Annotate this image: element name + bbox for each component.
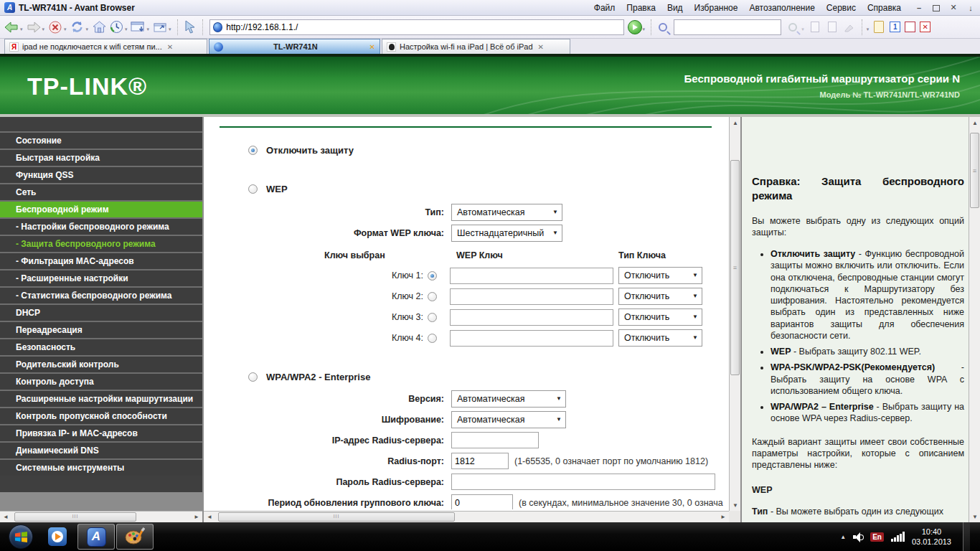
taskbar-paint-button[interactable] — [116, 524, 154, 550]
go-button[interactable] — [628, 20, 647, 34]
sidebar-item-bandwidth-control[interactable]: Контроль пропускной способности — [0, 407, 202, 424]
sidebar-item-wireless-settings[interactable]: - Настройки беспроводного режима — [0, 217, 202, 235]
version-select[interactable]: Автоматическая — [451, 390, 566, 408]
group-key-period-input[interactable] — [451, 494, 513, 509]
wep-key-1-input[interactable] — [450, 268, 613, 284]
find-on-page-button[interactable] — [807, 21, 823, 34]
highlight-button[interactable] — [842, 19, 857, 35]
url-input[interactable] — [226, 22, 620, 32]
wep-key-2-input[interactable] — [450, 288, 613, 305]
sidebar-item-status[interactable]: Состояние — [0, 131, 202, 149]
taskbar-wmp-button[interactable] — [39, 524, 76, 550]
radio-key-3[interactable] — [428, 313, 437, 322]
encryption-select[interactable]: Автоматическая — [451, 411, 566, 428]
radius-port-input[interactable] — [451, 453, 509, 469]
scrollbar-thumb[interactable] — [14, 512, 136, 522]
menu-tools[interactable]: Сервис — [826, 3, 856, 13]
radius-ip-input[interactable] — [451, 432, 539, 448]
scroll-down-icon[interactable] — [969, 511, 980, 522]
scroll-left-icon[interactable] — [0, 512, 11, 523]
sidebar-item-qss[interactable]: Функция QSS — [0, 166, 202, 183]
search-input[interactable] — [677, 20, 778, 31]
key-4-type-select[interactable]: Отключить — [618, 329, 702, 347]
sidebar-item-access-control[interactable]: Контроль доступа — [0, 372, 202, 390]
radio-key-1[interactable] — [428, 271, 437, 281]
taskbar-avant-button[interactable]: A — [77, 524, 115, 550]
sidebar-item-ip-mac-binding[interactable]: Привязка IP- и MAC-адресов — [0, 424, 202, 441]
home-button[interactable] — [91, 19, 107, 35]
zoom-site-button[interactable] — [785, 19, 806, 35]
tab-close-icon[interactable] — [369, 43, 375, 51]
sidebar-item-wireless-statistics[interactable]: - Статистика беспроводного режима — [0, 286, 202, 303]
wep-key-4-input[interactable] — [450, 330, 613, 347]
menu-edit[interactable]: Правка — [626, 3, 656, 13]
sidebar-item-mac-filtering[interactable]: - Фильтрация MAC-адресов — [0, 252, 202, 269]
radio-wpa-enterprise[interactable] — [248, 372, 258, 382]
scrollbar-thumb[interactable] — [970, 133, 979, 208]
sidebar-item-wireless[interactable]: Беспроводной режим — [0, 200, 202, 217]
volume-icon[interactable] — [853, 532, 863, 542]
new-window-button[interactable] — [131, 19, 151, 35]
radius-password-input[interactable] — [451, 474, 715, 490]
radio-key-2[interactable] — [428, 292, 437, 301]
tab-ipad-wifi-issue[interactable]: ipad не подключается к wifi сетям пи... — [4, 39, 207, 54]
sidebar-item-security[interactable]: Безопасность — [0, 338, 202, 355]
scrollbar-thumb[interactable] — [730, 160, 740, 375]
sidebar-item-system-tools[interactable]: Системные инструменты — [0, 458, 202, 476]
main-horizontal-scrollbar[interactable] — [204, 511, 729, 522]
sidebar-item-parental-control[interactable]: Родительский контроль — [0, 355, 202, 372]
key-2-type-select[interactable]: Отключить — [618, 288, 702, 305]
radio-wep[interactable] — [248, 184, 258, 194]
sidebar-item-dynamic-dns[interactable]: Динамический DNS — [0, 441, 202, 458]
menu-view[interactable]: Вид — [667, 3, 683, 13]
key-1-type-select[interactable]: Отключить — [618, 267, 702, 284]
restore-button[interactable] — [933, 5, 940, 11]
sidebar-item-wireless-security[interactable]: - Защита беспроводного режима — [0, 235, 202, 252]
stop-button[interactable] — [47, 19, 68, 35]
tab-close-icon[interactable] — [167, 43, 173, 51]
tab-ipad-setup[interactable]: Настройка wi-fi на iPad | Всё об iPad — [382, 39, 570, 54]
start-button[interactable] — [9, 524, 33, 549]
key-3-type-select[interactable]: Отключить — [618, 309, 702, 326]
page-preview-button[interactable] — [824, 21, 840, 34]
sidebar-item-quick-setup[interactable]: Быстрая настройка — [0, 149, 202, 166]
sidebar-item-forwarding[interactable]: Переадресация — [0, 321, 202, 338]
close-button[interactable] — [948, 3, 958, 13]
menu-favorites[interactable]: Избранное — [694, 3, 738, 13]
pointer-mode-button[interactable] — [182, 19, 198, 35]
option-disable-security[interactable]: Отключить защиту — [248, 144, 729, 156]
menu-collapse-icon[interactable] — [966, 3, 976, 13]
main-vertical-scrollbar[interactable] — [729, 117, 740, 511]
sidebar-horizontal-scrollbar[interactable] — [0, 511, 202, 522]
forward-button[interactable] — [26, 19, 47, 35]
option-wpa-enterprise[interactable]: WPA/WPA2 - Enterprise — [248, 371, 729, 382]
sidebar-item-advanced-settings[interactable]: - Расширенные настройки — [0, 269, 202, 286]
network-signal-icon[interactable] — [891, 532, 905, 542]
wep-format-select[interactable]: Шестнадцатеричный — [451, 225, 562, 242]
close-tab-button[interactable] — [918, 22, 932, 32]
menu-help[interactable]: Справка — [867, 3, 901, 13]
back-button[interactable] — [4, 19, 24, 35]
restore-window-button[interactable] — [152, 19, 173, 35]
thumbnails-button[interactable] — [903, 22, 917, 32]
tab-close-icon[interactable] — [538, 43, 544, 51]
language-indicator[interactable]: En — [870, 532, 884, 542]
new-page-button[interactable] — [871, 21, 887, 34]
sidebar-item-dhcp[interactable]: DHCP — [0, 303, 202, 321]
scroll-right-icon[interactable] — [717, 512, 729, 523]
scroll-down-icon[interactable] — [730, 499, 740, 511]
show-desktop-button[interactable] — [963, 522, 970, 551]
clock[interactable]: 10:40 03.01.2013 — [912, 527, 951, 547]
tray-expand-icon[interactable] — [840, 534, 846, 540]
sidebar-item-network[interactable]: Сеть — [0, 183, 202, 200]
scrollbar-thumb[interactable] — [218, 512, 455, 522]
wep-key-3-input[interactable] — [450, 309, 613, 326]
sidebar-item-advanced-routing[interactable]: Расширенные настройки маршрутизации — [0, 390, 202, 407]
minimize-button[interactable] — [914, 3, 924, 13]
scroll-right-icon[interactable] — [191, 512, 202, 523]
refresh-button[interactable] — [70, 19, 90, 35]
radio-key-4[interactable] — [428, 334, 437, 343]
wep-type-select[interactable]: Автоматическая — [451, 204, 562, 221]
tab-router-admin[interactable]: TL-WR741N — [209, 39, 380, 54]
scroll-up-icon[interactable] — [730, 117, 740, 128]
